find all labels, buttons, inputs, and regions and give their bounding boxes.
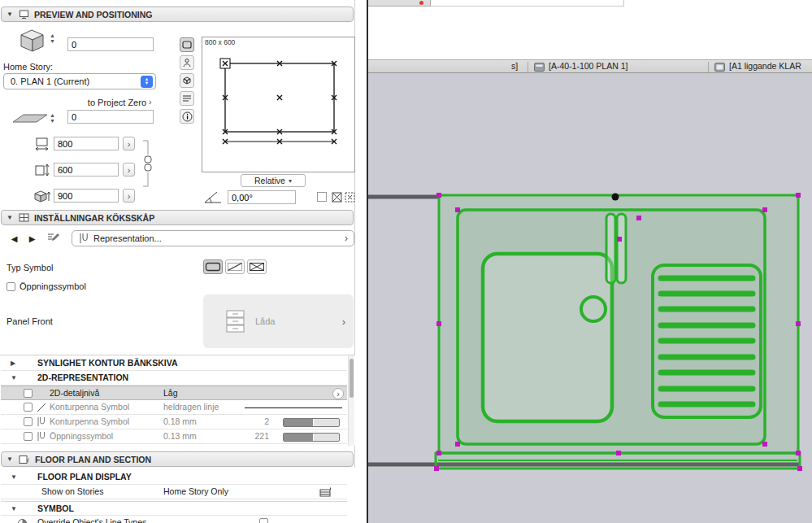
table-scrollbar-thumb[interactable] — [350, 359, 354, 398]
mirror-checkbox[interactable] — [317, 192, 327, 202]
palette-edge-line — [431, 6, 624, 7]
depth-menu-button[interactable]: › — [123, 163, 135, 177]
panel-gutter — [355, 0, 367, 523]
relative-angle-button[interactable] — [343, 190, 356, 203]
preview-mode-2d-button[interactable] — [180, 37, 194, 52]
palette-edge-line — [623, 0, 624, 7]
line-override-icon — [17, 518, 28, 523]
section-title: INSTÄLLNINGAR KÖKSSKÅP — [34, 213, 154, 223]
row-value: Home Story Only — [163, 485, 228, 499]
layout-tab-icon — [714, 63, 725, 72]
param-row-detail-level[interactable]: 2D-detaljnivå Låg › — [1, 386, 347, 400]
anchor-mode-button[interactable]: Relative ▾ — [241, 174, 306, 187]
param-group-row[interactable]: ▼ 2D-REPRESENTATION — [1, 371, 347, 386]
home-story-dropdown[interactable]: 0. PLAN 1 (Current) ▲▼ — [3, 73, 156, 89]
panel-front-button[interactable]: Låda › — [203, 294, 354, 348]
width-menu-button[interactable]: › — [123, 137, 135, 150]
override-checkbox[interactable] — [259, 518, 268, 523]
row-label: Override Object's Line Types — [37, 516, 146, 523]
to-project-zero-chevron-icon[interactable]: › — [149, 97, 152, 107]
symbol-type-crossed-button[interactable] — [247, 259, 267, 274]
depth-input[interactable] — [54, 163, 119, 177]
offset-stepper-icon[interactable]: ▲▼ — [50, 33, 55, 44]
faucet — [606, 214, 615, 283]
param-group-row[interactable]: ▶ SYNLIGHET KONTUR BÄNKSKIVA — [1, 356, 347, 371]
panel-front-label: Panel Front — [7, 316, 53, 326]
object-2d-preview[interactable]: 800 x 600 — [202, 37, 355, 172]
floorplan-section-icon — [19, 455, 30, 464]
height-menu-button[interactable]: › — [123, 189, 135, 203]
tab-plan[interactable]: [A-40-1-100 PLAN 1] — [549, 60, 627, 72]
row-checkbox[interactable] — [24, 417, 33, 426]
show-on-stories-row[interactable]: Show on Stories Home Story Only — [1, 485, 347, 499]
preview-info-button[interactable] — [180, 109, 194, 124]
plan-tab-icon — [534, 63, 545, 72]
parameter-page-dropdown[interactable]: Representation... › — [72, 230, 354, 246]
offset-stepper2-icon[interactable]: ▲▼ — [50, 112, 55, 124]
pencil-list-icon — [47, 232, 60, 244]
cabinet-section-icon — [19, 213, 29, 222]
section-preview-positioning[interactable]: ▼ PREVIEW AND POSITIONING — [1, 7, 354, 22]
param-row-contour-linetype[interactable]: Konturpenna Symbol heldragen linje — [1, 400, 347, 415]
top-elevation-input[interactable] — [67, 37, 154, 51]
rect-diagonal-icon — [227, 262, 243, 272]
tab-layout[interactable]: [A1 liggande KLAR — [729, 60, 801, 72]
drawing-canvas[interactable] — [368, 73, 812, 523]
rect-crossed-icon — [249, 262, 265, 272]
preview-mode-3d-button[interactable] — [180, 73, 194, 88]
next-page-button[interactable]: ▶ — [24, 231, 40, 246]
symbol-type-plain-button[interactable] — [203, 259, 223, 274]
plan-symbol-icon — [182, 41, 192, 49]
symbol-group-row[interactable]: ▼ SYMBOL — [1, 501, 347, 516]
preview-mode-description-button[interactable] — [180, 91, 194, 106]
tab-separator — [708, 62, 709, 72]
origin-hotspot[interactable] — [612, 194, 619, 201]
stepper-arrows-icon[interactable]: ▲▼ — [141, 76, 153, 88]
to-project-zero-label[interactable]: to Project Zero — [49, 98, 146, 107]
row-checkbox[interactable] — [24, 389, 33, 398]
previous-page-button[interactable]: ◀ — [7, 231, 22, 246]
home-story-label: Home Story: — [3, 62, 53, 72]
preview-mode-elevation-button[interactable] — [180, 55, 194, 70]
row-checkbox[interactable] — [24, 432, 33, 441]
archicad-object-settings-window: ▼ PREVIEW AND POSITIONING ▲▼ Home Story:… — [0, 0, 812, 523]
transfer-settings-button[interactable] — [47, 231, 60, 244]
line-type-preview[interactable] — [245, 408, 342, 408]
disclosure-open-icon[interactable]: ▼ — [7, 455, 14, 463]
param-row-contour-pen[interactable]: Konturpenna Symbol 0.18 mm 2 — [1, 415, 347, 429]
section-cabinet-settings[interactable]: ▼ INSTÄLLNINGAR KÖKSSKÅP — [1, 210, 354, 225]
chain-link-icon[interactable] — [140, 138, 154, 189]
override-linetypes-row[interactable]: Override Object's Line Types — [1, 516, 347, 523]
faucet — [617, 214, 626, 283]
width-input[interactable] — [54, 137, 119, 150]
row-label: Show on Stories — [41, 485, 103, 499]
pen-color-preview[interactable] — [283, 418, 340, 427]
floorplan-group-row[interactable]: ▼ FLOOR PLAN DISPLAY — [1, 470, 347, 485]
plan-drawing[interactable] — [368, 73, 812, 523]
object-top-offset-icon — [16, 27, 47, 53]
param-row-opening-pen[interactable]: Öppningssymbol 0.13 mm 221 — [1, 429, 347, 444]
rotation-input[interactable] — [228, 190, 296, 204]
height-input[interactable] — [54, 189, 119, 203]
tab-partial[interactable]: s] — [511, 60, 518, 72]
selected-sink-object[interactable] — [436, 195, 800, 469]
opening-symbol-label: Öppningssymbol — [20, 281, 86, 291]
caret-down-icon: ▾ — [289, 177, 292, 185]
view-tab-bar: s] [A-40-1-100 PLAN 1] [A1 liggande KLAR — [368, 59, 812, 73]
row-checkbox[interactable] — [24, 403, 33, 412]
row-menu-button[interactable]: › — [332, 388, 344, 399]
symbol-type-diagonal-button[interactable] — [225, 259, 245, 274]
text-lines-icon — [182, 94, 192, 102]
opening-symbol-checkbox[interactable] — [7, 282, 15, 291]
disclosure-open-icon[interactable]: ▼ — [7, 11, 14, 18]
preview-drawing — [202, 37, 354, 172]
table-scrollbar[interactable] — [348, 355, 354, 446]
home-story-value: 0. PLAN 1 (Current) — [11, 76, 89, 86]
group-label: FLOOR PLAN DISPLAY — [37, 470, 132, 484]
bottom-elevation-input[interactable] — [67, 110, 154, 124]
param-value: 0.13 mm — [163, 429, 197, 443]
absolute-angle-button[interactable] — [330, 190, 343, 203]
pen-color-preview[interactable] — [283, 433, 340, 442]
disclosure-open-icon[interactable]: ▼ — [7, 214, 14, 221]
section-floor-plan[interactable]: ▼ FLOOR PLAN AND SECTION — [1, 451, 354, 467]
